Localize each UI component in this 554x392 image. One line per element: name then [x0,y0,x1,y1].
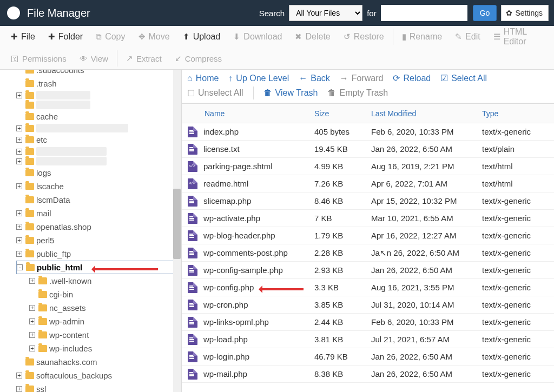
tree-toggle[interactable]: + [16,386,22,392]
tree-item[interactable]: + [16,90,181,100]
col-name[interactable]: Name [203,109,314,118]
view-trash-button[interactable]: 🗑View Trash [263,88,318,98]
up-button[interactable]: ↑Up One Level [228,74,289,83]
tree-item[interactable]: +ssl [16,382,181,392]
tree-item[interactable]: +wp-includes [29,342,181,355]
file-type: text/x-generic [482,127,554,136]
home-button[interactable]: ⌂Home [187,74,219,83]
tree-item[interactable]: + [16,123,181,133]
tree-item[interactable]: lscmData [16,193,181,207]
settings-button[interactable]: ✿ Settings [501,5,549,21]
tree-item[interactable]: +nc_assets [29,301,181,315]
view-button[interactable]: 👁View [73,48,115,69]
file-size: 2.28 KB [314,248,371,257]
tree-item[interactable]: cache [16,110,181,123]
tree-scrollbar[interactable] [173,70,181,392]
tree-item[interactable]: +wp-content [29,328,181,342]
tree-toggle[interactable]: + [16,92,22,98]
tree-toggle[interactable]: + [16,251,22,257]
tree-item[interactable]: + [16,156,181,166]
compress-button[interactable]: ↙Compress [168,48,228,69]
file-row[interactable]: wp-config.php3.3 KBAug 16, 2021, 3:55 PM… [182,279,554,296]
folder-icon [25,169,34,176]
search-input[interactable] [381,5,467,21]
tree-toggle[interactable]: + [16,125,22,131]
copy-button[interactable]: ⧉Copy [89,26,131,48]
tree-toggle[interactable]: + [16,149,22,155]
col-size[interactable]: Size [314,109,371,118]
html-editor-button[interactable]: ☰HTML Editor [487,26,550,48]
back-button[interactable]: ←Back [299,74,330,83]
file-row[interactable]: wp-activate.php7 KBMar 10, 2021, 6:55 AM… [182,210,554,227]
permissions-button[interactable]: ⚿Permissions [4,48,73,69]
forward-button[interactable]: →Forward [340,74,384,83]
tree-toggle[interactable]: + [16,158,22,164]
file-row[interactable]: wp-links-opml.php2.44 KBFeb 6, 2020, 10:… [182,314,554,331]
col-modified[interactable]: Last Modified [371,109,482,118]
new-folder-button[interactable]: ✚Folder [42,26,89,48]
go-button[interactable]: Go [473,5,497,21]
tree-item[interactable]: +lscache [16,180,181,193]
compress-icon: ↙ [175,54,182,63]
tree-item[interactable]: cgi-bin [29,288,181,301]
file-row[interactable]: wp-cron.php3.85 KBJul 31, 2020, 10:14 AM… [182,296,554,314]
file-row[interactable]: wp-blog-header.php1.79 KBApr 16, 2022, 1… [182,227,554,244]
col-type[interactable]: Type [482,109,554,118]
tree-item[interactable]: saunahacks.com [16,355,181,369]
tree-toggle[interactable]: + [16,210,22,216]
upload-button[interactable]: ⬆Upload [176,26,227,48]
file-row[interactable]: license.txt19.45 KBJan 26, 2022, 6:50 AM… [182,141,554,158]
tree-item[interactable]: -public_html [16,261,181,274]
tree-item[interactable]: +openatlas.shop [16,220,181,234]
file-row[interactable]: wp-load.php3.81 KBJul 21, 2021, 6:57 AMt… [182,331,554,348]
new-file-button[interactable]: ✚File [4,26,42,48]
tree-toggle[interactable]: + [29,332,35,338]
folder-icon [25,250,34,257]
tree-toggle[interactable]: + [29,278,35,284]
file-row[interactable]: index.php405 bytesFeb 6, 2020, 10:33 PMt… [182,123,554,141]
tree-toggle[interactable]: + [16,373,22,378]
tree-item[interactable]: +etc [16,133,181,147]
copy-icon: ⧉ [96,32,102,42]
file-row[interactable]: wp-mail.php8.38 KBJan 26, 2022, 6:50 AMt… [182,366,554,383]
tree-item[interactable] [16,100,181,110]
tree-item[interactable]: logs [16,166,181,180]
file-row[interactable]: parking-page.shtml4.99 KBAug 16, 2019, 2… [182,158,554,175]
file-row[interactable]: wp-login.php46.79 KBJan 26, 2022, 6:50 A… [182,348,554,366]
tree-toggle[interactable]: + [16,183,22,189]
tree-item[interactable]: +public_ftp [16,247,181,261]
tree-item[interactable]: + [16,147,181,156]
edit-button[interactable]: ✎Edit [449,26,487,48]
file-row[interactable]: wp-comments-post.php2.28 KBJa↖n 26, 2022… [182,244,554,262]
folder-tree[interactable]: .subaccounts.trash+cache++etc++logs+lsca… [0,70,181,392]
select-all-button[interactable]: ☑Select All [440,73,487,83]
file-row[interactable]: wp-config-sample.php2.93 KBJan 26, 2022,… [182,262,554,279]
unselect-all-button[interactable]: ☐Unselect All [187,88,243,98]
empty-trash-button[interactable]: 🗑Empty Trash [327,88,388,98]
tree-toggle[interactable]: + [29,318,35,324]
tree-toggle[interactable]: + [29,346,35,351]
tree-item[interactable]: +softaculous_backups [16,369,181,382]
tree-item[interactable]: +mail [16,207,181,220]
tree-toggle[interactable]: + [16,137,22,143]
tree-item[interactable]: +wp-admin [29,315,181,328]
grid-header[interactable]: Name Size Last Modified Type [182,104,554,123]
rename-button[interactable]: ▮Rename [395,26,449,48]
tree-toggle[interactable]: + [16,224,22,230]
file-row[interactable]: slicemap.php8.46 KBApr 15, 2022, 10:32 P… [182,192,554,210]
move-button[interactable]: ✥Move [132,26,176,48]
tree-item[interactable]: .trash [16,77,181,90]
extract-button[interactable]: ↗Extract [120,48,168,69]
file-row[interactable]: readme.html7.26 KBApr 6, 2022, 7:01 AMte… [182,175,554,192]
tree-toggle[interactable]: + [16,237,22,243]
tree-toggle[interactable]: + [29,305,35,311]
tree-item[interactable]: .subaccounts [16,70,181,77]
download-button[interactable]: ⬇Download [227,26,288,48]
tree-item[interactable]: +.well-known [29,274,181,288]
tree-item[interactable]: +perl5 [16,234,181,247]
search-scope-select[interactable]: All Your Files [289,5,362,21]
tree-toggle[interactable]: - [17,264,23,270]
restore-button[interactable]: ↺Restore [337,26,391,48]
delete-button[interactable]: ✖Delete [288,26,337,48]
reload-button[interactable]: ⟳Reload [393,73,431,83]
